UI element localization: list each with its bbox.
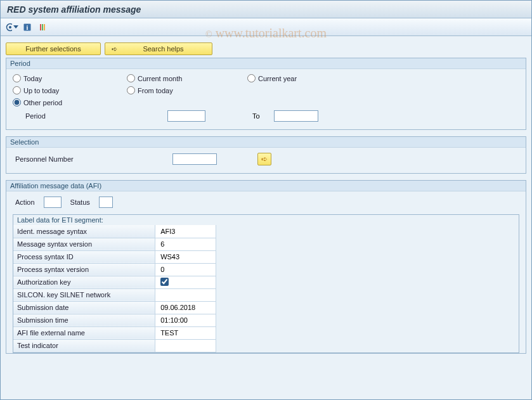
eti-row: Test indicator: [13, 339, 216, 352]
period-from-label: Period: [13, 112, 51, 120]
eti-field-value-cell: [155, 326, 216, 339]
eti-row: SILCON. key SILNET network: [13, 288, 216, 301]
sap-window: © www.tutorialkart.com RED system affili…: [0, 0, 532, 400]
eti-field-value-cell: [155, 288, 216, 301]
period-to-label: To: [252, 112, 266, 120]
eti-field-input[interactable]: [159, 315, 212, 325]
eti-field-input[interactable]: [159, 239, 212, 249]
eti-row: Submission date: [13, 301, 216, 314]
eti-field-checkbox[interactable]: [160, 278, 169, 286]
svg-point-1: [9, 26, 11, 29]
eti-field-input[interactable]: [159, 226, 212, 236]
period-legend: Period: [6, 58, 526, 69]
eti-field-label: Ident. message syntax: [13, 225, 155, 238]
eti-row: Process syntax version: [13, 263, 216, 276]
eti-field-input[interactable]: [159, 328, 212, 338]
eti-field-input[interactable]: [159, 340, 212, 351]
period-from-input[interactable]: [167, 110, 205, 122]
eti-field-value-cell: [155, 263, 216, 276]
eti-field-value-cell: [155, 276, 216, 288]
radio-other-period[interactable]: Other period: [13, 98, 120, 106]
eti-row: Message syntax version: [13, 238, 216, 250]
personnel-number-label: Personnel Number: [13, 155, 165, 163]
eti-field-label: Process syntax version: [13, 263, 155, 276]
arrow-right-icon: ➪: [112, 45, 117, 53]
body: Further selections ➪ Search helps Period…: [1, 36, 531, 399]
eti-field-label: SILCON. key SILNET network: [13, 288, 155, 301]
eti-field-table: Ident. message syntaxMessage syntax vers…: [13, 225, 216, 352]
eti-field-label: Authorization key: [13, 276, 155, 288]
eti-field-label: Process syntax ID: [13, 250, 155, 263]
eti-field-value-cell: [155, 225, 216, 238]
svg-rect-6: [42, 24, 43, 30]
eti-group: Label data for ETI segment: Ident. messa…: [13, 214, 519, 353]
status-input[interactable]: [99, 197, 113, 208]
title-bar: RED system affiliation message: [1, 1, 531, 18]
search-helps-button[interactable]: ➪ Search helps: [105, 42, 212, 55]
radio-current-month[interactable]: Current month: [127, 74, 241, 82]
eti-field-input[interactable]: [159, 302, 212, 313]
personnel-number-input[interactable]: [172, 153, 217, 165]
svg-rect-7: [44, 24, 45, 30]
radio-today[interactable]: Today: [13, 74, 120, 82]
eti-field-label: Test indicator: [13, 339, 155, 352]
eti-legend: Label data for ETI segment:: [13, 215, 519, 225]
eti-row: AFI file external name: [13, 326, 216, 339]
period-group: Period Today Current month Current year …: [6, 58, 526, 130]
svg-text:i: i: [27, 24, 29, 31]
variant-icon[interactable]: [36, 22, 49, 33]
radio-from-today[interactable]: From today: [127, 86, 241, 94]
selection-buttons-row: Further selections ➪ Search helps: [6, 42, 526, 55]
eti-row: Ident. message syntax: [13, 225, 216, 238]
eti-row: Authorization key: [13, 276, 216, 288]
further-selections-button[interactable]: Further selections: [6, 42, 101, 55]
eti-field-value-cell: [155, 301, 216, 314]
afi-group: Affiliation message data (AFI) Action St…: [6, 180, 526, 354]
eti-field-value-cell: [155, 339, 216, 352]
eti-field-value-cell: [155, 250, 216, 263]
eti-field-label: Submission time: [13, 314, 155, 326]
action-label: Action: [15, 198, 35, 206]
eti-field-input[interactable]: [159, 290, 212, 300]
selection-group: Selection Personnel Number ➪: [6, 136, 526, 174]
eti-field-label: Submission date: [13, 301, 155, 314]
radio-up-to-today[interactable]: Up to today: [13, 86, 120, 94]
multiple-selection-button[interactable]: ➪: [257, 153, 271, 165]
app-toolbar: i: [1, 18, 531, 36]
status-label: Status: [70, 198, 90, 206]
action-input[interactable]: [44, 197, 62, 208]
eti-field-value-cell: [155, 314, 216, 326]
eti-field-input[interactable]: [159, 264, 212, 274]
arrow-right-icon: ➪: [261, 155, 268, 164]
page-title: RED system affiliation message: [7, 4, 141, 15]
eti-field-label: Message syntax version: [13, 238, 155, 250]
execute-icon[interactable]: [6, 22, 18, 33]
selection-legend: Selection: [6, 137, 526, 148]
period-to-input[interactable]: [274, 110, 318, 122]
eti-row: Process syntax ID: [13, 250, 216, 263]
eti-field-input[interactable]: [159, 252, 212, 262]
svg-rect-5: [40, 24, 41, 30]
afi-legend: Affiliation message data (AFI): [6, 181, 526, 191]
info-icon[interactable]: i: [21, 22, 34, 33]
eti-field-value-cell: [155, 238, 216, 250]
eti-field-label: AFI file external name: [13, 326, 155, 339]
radio-current-year[interactable]: Current year: [247, 74, 349, 82]
eti-row: Submission time: [13, 314, 216, 326]
